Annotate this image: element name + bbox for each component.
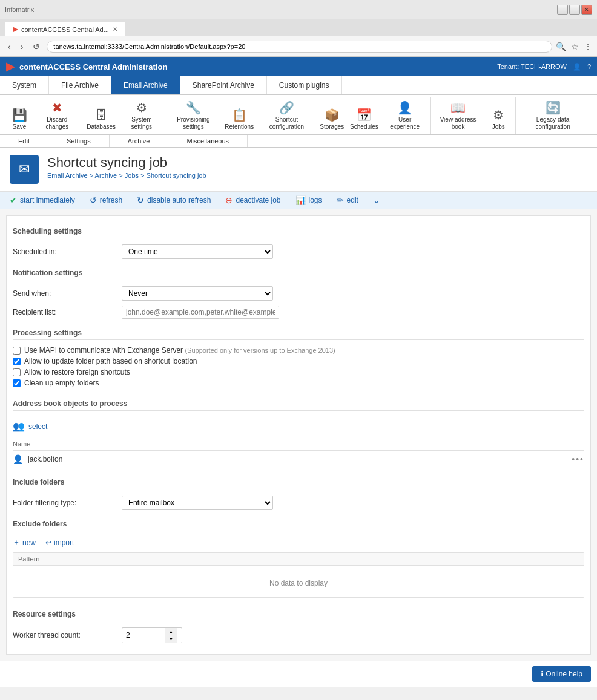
- worker-thread-input[interactable]: [122, 629, 165, 641]
- folder-filtering-row: Folder filtering type: Entire mailbox Se…: [13, 496, 584, 510]
- allow-update-folder-row: Allow to update folder path based on sho…: [13, 357, 584, 365]
- help-icon[interactable]: ?: [587, 63, 591, 70]
- sub-ribbon-edit[interactable]: Edit: [0, 135, 48, 147]
- discard-button[interactable]: ✖ Discard changes: [35, 97, 79, 134]
- back-button[interactable]: ‹: [5, 41, 14, 53]
- tenant-label: Tenant: TECH-ARROW: [497, 63, 567, 70]
- jobs-button[interactable]: ⚙ Jobs: [484, 105, 513, 134]
- deactivate-icon: ⊖: [225, 195, 233, 205]
- nav-tab-file-archive[interactable]: File Archive: [49, 76, 111, 94]
- spinner-controls: ▲ ▼: [165, 628, 177, 643]
- nav-icons: 🔍 ☆ ⋮: [556, 42, 592, 51]
- use-mapi-checkbox[interactable]: [13, 347, 21, 355]
- storages-button[interactable]: 📦 Storages: [317, 105, 346, 134]
- system-settings-button[interactable]: ⚙ System settings: [119, 97, 165, 134]
- close-button[interactable]: ✕: [581, 5, 592, 15]
- sub-ribbon-archive[interactable]: Archive: [110, 135, 169, 147]
- nav-tab-custom-plugins[interactable]: Custom plugins: [267, 76, 342, 94]
- refresh-icon: ↺: [90, 195, 97, 205]
- storages-icon: 📦: [325, 108, 340, 122]
- schedules-button[interactable]: 📅 Schedules: [348, 105, 380, 134]
- clean-up-empty-checkbox[interactable]: [13, 379, 21, 387]
- tab-close-button[interactable]: ✕: [113, 26, 117, 33]
- nav-tab-email-archive[interactable]: Email Archive: [111, 76, 180, 94]
- action-bar: ✔ start immediately ↺ refresh ↻ disable …: [0, 192, 597, 209]
- name-column-header: Name: [13, 440, 584, 451]
- browser-tab[interactable]: ▶ contentACCESS Central Ad... ✕: [5, 22, 125, 36]
- save-button[interactable]: 💾 Save: [5, 105, 34, 134]
- user-context-menu-button[interactable]: •••: [572, 454, 584, 464]
- user-icon[interactable]: 👤: [573, 63, 581, 71]
- refresh-button[interactable]: ↺ refresh: [90, 195, 122, 205]
- ribbon-archive-group: 📖 View address book ⚙ Jobs: [434, 97, 516, 134]
- plus-icon: ＋: [13, 537, 20, 548]
- user-avatar-icon: 👤: [13, 454, 23, 464]
- worker-thread-spinner[interactable]: ▲ ▼: [122, 627, 182, 643]
- logs-button[interactable]: 📊 logs: [295, 195, 322, 205]
- provisioning-settings-label: Provisioning settings: [170, 116, 217, 131]
- include-folders-section-header: Include folders: [13, 473, 584, 489]
- bookmark-icon[interactable]: ☆: [571, 42, 579, 51]
- provisioning-settings-icon: 🔧: [186, 100, 201, 115]
- allow-update-folder-checkbox[interactable]: [13, 358, 21, 365]
- databases-icon: 🗄: [95, 108, 107, 122]
- edit-button[interactable]: ✏ edit: [337, 195, 358, 205]
- app-title: contentACCESS Central Administration: [19, 62, 167, 71]
- send-when-row: Send when: Never On error Always: [13, 286, 584, 301]
- databases-button[interactable]: 🗄 Databases: [85, 105, 118, 134]
- use-mapi-label: Use MAPI to communicate with Exchange Se…: [24, 346, 335, 355]
- start-immediately-button[interactable]: ✔ start immediately: [10, 195, 75, 205]
- view-address-book-button[interactable]: 📖 View address book: [434, 97, 483, 134]
- provisioning-settings-button[interactable]: 🔧 Provisioning settings: [165, 97, 222, 134]
- system-settings-label: System settings: [124, 116, 160, 131]
- nav-tab-system[interactable]: System: [0, 76, 49, 94]
- schedules-icon: 📅: [357, 108, 372, 122]
- shortcut-configuration-button[interactable]: 🔗 Shortcut configuration: [257, 97, 316, 134]
- more-button[interactable]: ⌄: [373, 195, 380, 205]
- online-help-button[interactable]: ℹ Online help: [532, 666, 591, 682]
- edit-label: edit: [347, 196, 358, 204]
- maximize-button[interactable]: □: [569, 5, 580, 15]
- disable-auto-refresh-button[interactable]: ↻ disable auto refresh: [137, 195, 211, 205]
- databases-label: Databases: [87, 123, 116, 131]
- browser-tab-bar: ▶ contentACCESS Central Ad... ✕: [0, 19, 597, 36]
- save-label: Save: [13, 123, 27, 131]
- browser-nav: ‹ › ↺ 🔍 ☆ ⋮: [0, 36, 597, 57]
- resource-settings-section-header: Resource settings: [13, 605, 584, 621]
- spinner-up-button[interactable]: ▲: [165, 628, 177, 635]
- allow-restore-foreign-checkbox[interactable]: [13, 368, 21, 376]
- pattern-column-header: Pattern: [13, 553, 584, 566]
- folder-filtering-select[interactable]: Entire mailbox Selected folders: [122, 496, 273, 510]
- address-bar[interactable]: [47, 41, 552, 53]
- disable-auto-refresh-label: disable auto refresh: [147, 196, 211, 204]
- select-button[interactable]: 👥 select: [13, 417, 584, 436]
- reload-button[interactable]: ↺: [30, 41, 43, 53]
- clean-up-empty-row: Clean up empty folders: [13, 379, 584, 387]
- menu-icon[interactable]: ⋮: [584, 42, 592, 51]
- search-icon[interactable]: 🔍: [556, 42, 566, 51]
- minimize-button[interactable]: ─: [557, 5, 568, 15]
- logs-icon: 📊: [295, 195, 306, 205]
- notification-section-header: Notification settings: [13, 264, 584, 280]
- main-nav: System File Archive Email Archive ShareP…: [0, 76, 597, 95]
- nav-tab-sharepoint-archive[interactable]: SharePoint Archive: [180, 76, 267, 94]
- send-when-label: Send when:: [13, 289, 122, 298]
- sub-ribbon-settings[interactable]: Settings: [48, 135, 110, 147]
- spinner-down-button[interactable]: ▼: [165, 635, 177, 643]
- deactivate-job-button[interactable]: ⊖ deactivate job: [225, 195, 280, 205]
- recipient-list-input[interactable]: [122, 306, 279, 319]
- schedules-label: Schedules: [350, 123, 378, 131]
- legacy-data-config-button[interactable]: 🔄 Legacy data configuration: [518, 97, 587, 134]
- new-button[interactable]: ＋ new: [13, 537, 36, 548]
- tab-title: contentACCESS Central Ad...: [21, 26, 109, 33]
- view-address-book-label: View address book: [438, 116, 478, 131]
- user-experience-button[interactable]: 👤 User experience: [381, 97, 427, 134]
- import-button[interactable]: ↩ import: [45, 537, 74, 548]
- clean-up-empty-label: Clean up empty folders: [24, 379, 99, 387]
- window-controls[interactable]: ─ □ ✕: [557, 5, 592, 15]
- forward-button[interactable]: ›: [18, 41, 27, 53]
- send-when-select[interactable]: Never On error Always: [122, 286, 273, 301]
- retentions-button[interactable]: 📋 Retentions: [223, 105, 256, 134]
- scheduled-in-select[interactable]: One time Recurring Manual: [122, 244, 273, 259]
- sub-ribbon-miscellaneous[interactable]: Miscellaneous: [168, 135, 248, 147]
